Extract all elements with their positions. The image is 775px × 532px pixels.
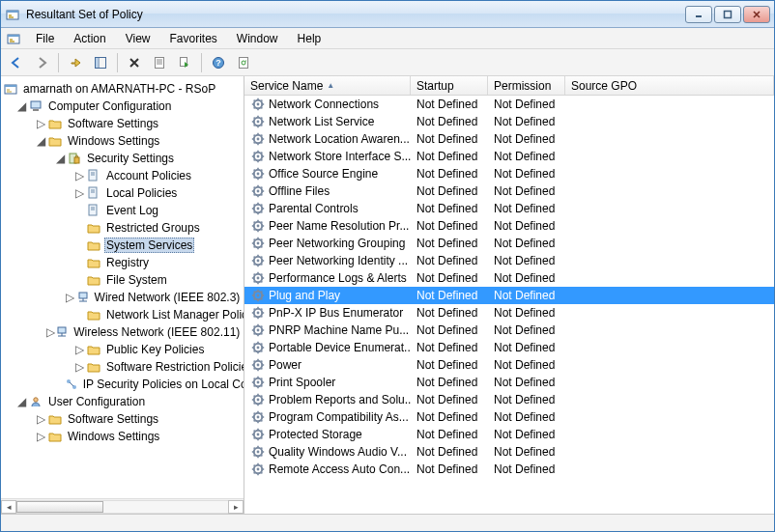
svg-line-212 [254,385,255,386]
menu-view[interactable]: View [116,28,160,48]
expander-icon[interactable]: ▷ [64,291,75,304]
service-row[interactable]: Quality Windows Audio V...Not DefinedNot… [244,443,774,461]
tree-item-cc-windows[interactable]: ◢ Windows Settings [1,132,244,150]
scroll-thumb[interactable] [16,501,103,513]
service-row[interactable]: PNRP Machine Name Pu...Not DefinedNot De… [244,322,774,339]
service-row[interactable]: Plug and PlayNot DefinedNot Defined [244,287,774,304]
svg-text:?: ? [215,58,221,68]
service-row[interactable]: Remote Access Auto Con...Not DefinedNot … [244,461,774,478]
service-row[interactable]: Network ConnectionsNot DefinedNot Define… [244,96,774,113]
service-row[interactable]: PowerNot DefinedNot Defined [244,356,774,374]
expander-icon[interactable]: ▷ [34,430,47,443]
service-row[interactable]: Peer Networking Identity ...Not DefinedN… [244,252,774,269]
scroll-right-button[interactable]: ▸ [228,500,244,514]
expander-icon[interactable]: ▷ [34,412,47,426]
service-row[interactable]: Network Store Interface S...Not DefinedN… [244,148,774,165]
column-header-startup[interactable]: Startup [411,76,488,95]
service-row[interactable]: Parental ControlsNot DefinedNot Defined [244,200,774,217]
window-title: Resultant Set of Policy [26,8,683,21]
column-header-name[interactable]: Service Name▲ [244,76,411,95]
tree-item-restricted-groups[interactable]: ▷Restricted Groups [1,219,244,237]
service-row[interactable]: Office Source EngineNot DefinedNot Defin… [244,165,774,182]
tree-root[interactable]: amarnath on AMARNATH-PC - RSoP [1,80,244,98]
tree-item-local-policies[interactable]: ▷Local Policies [1,184,244,202]
scroll-track[interactable] [16,500,228,514]
help-button[interactable]: ? [207,52,230,73]
service-name: PnP-X IP Bus Enumerator [269,306,403,320]
service-row[interactable]: Network List ServiceNot DefinedNot Defin… [244,113,774,130]
tree-item-file-system[interactable]: ▷File System [1,271,244,289]
tree-item-registry[interactable]: ▷Registry [1,254,244,271]
gear-icon [250,392,266,407]
show-hide-tree-button[interactable] [89,52,112,73]
service-row[interactable]: Peer Name Resolution Pr...Not DefinedNot… [244,217,774,235]
service-row[interactable]: Protected StorageNot DefinedNot Defined [244,426,774,443]
tree-item-system-services[interactable]: ▷System Services [1,237,244,254]
expander-icon[interactable]: ▷ [72,343,86,356]
refresh-button[interactable] [232,52,255,73]
expander-icon[interactable]: ◢ [34,134,47,148]
menu-action[interactable]: Action [64,28,115,48]
gear-icon [250,375,266,390]
service-permission: Not Defined [488,358,565,372]
service-permission: Not Defined [488,410,565,424]
expander-icon[interactable]: ◢ [14,99,28,113]
tree-item-cc-software[interactable]: ▷ Software Settings [1,115,244,132]
folder-icon [86,220,101,236]
folder-open-icon [47,133,63,149]
forward-button[interactable] [30,52,53,73]
expander-icon[interactable]: ▷ [72,169,86,182]
tree-item-computer-config[interactable]: ◢ Computer Configuration [1,98,244,115]
tree-item-security[interactable]: ◢ Security Settings [1,150,244,167]
tree-h-scrollbar[interactable]: ◂ ▸ [1,498,244,514]
expander-icon[interactable]: ▷ [72,186,86,200]
expander-icon[interactable]: ▷ [46,325,55,339]
tree-item-ip-security[interactable]: ▷IP Security Policies on Local Computer [1,376,244,393]
service-row[interactable]: Portable Device Enumerat...Not DefinedNo… [244,339,774,356]
menu-file[interactable]: File [26,28,64,48]
service-row[interactable]: Network Location Awaren...Not DefinedNot… [244,130,774,148]
tree-item-public-key[interactable]: ▷Public Key Policies [1,341,244,358]
expander-icon[interactable]: ▷ [34,117,47,130]
service-row[interactable]: Offline FilesNot DefinedNot Defined [244,182,774,200]
service-row[interactable]: Peer Networking GroupingNot DefinedNot D… [244,235,774,252]
column-header-permission[interactable]: Permission [488,76,565,95]
tree-item-wired-network[interactable]: ▷Wired Network (IEEE 802.3) Policies [1,289,244,306]
expander-icon[interactable]: ◢ [14,395,28,408]
tree-item-user-config[interactable]: ◢ User Configuration [1,393,244,410]
list-body[interactable]: Network ConnectionsNot DefinedNot Define… [244,96,774,514]
tree-scroll[interactable]: amarnath on AMARNATH-PC - RSoP ◢ Compute… [1,76,244,498]
system-menu-icon[interactable] [5,28,22,48]
expander-icon[interactable]: ◢ [53,152,67,165]
service-row[interactable]: Program Compatibility As...Not DefinedNo… [244,408,774,426]
tree-item-uc-software[interactable]: ▷Software Settings [1,410,244,428]
up-button[interactable] [64,52,87,73]
service-row[interactable]: Performance Logs & AlertsNot DefinedNot … [244,269,774,287]
column-header-source-gpo[interactable]: Source GPO [565,76,774,95]
tree-item-netlist-mgr[interactable]: ▷Network List Manager Policies [1,306,244,323]
delete-button[interactable] [123,52,146,73]
service-row[interactable]: PnP-X IP Bus EnumeratorNot DefinedNot De… [244,304,774,322]
svg-line-71 [261,135,262,136]
svg-line-131 [261,239,262,240]
menu-favorites[interactable]: Favorites [160,28,227,48]
service-row[interactable]: Problem Reports and Solu...Not DefinedNo… [244,391,774,408]
tree-item-event-log[interactable]: ▷Event Log [1,202,244,219]
svg-line-220 [261,403,262,404]
properties-button[interactable] [148,52,171,73]
tree-item-wireless-network[interactable]: ▷Wireless Network (IEEE 802.11) Policies [1,323,244,341]
service-row[interactable]: Print SpoolerNot DefinedNot Defined [244,374,774,391]
title-bar[interactable]: Resultant Set of Policy [1,1,774,28]
export-list-button[interactable] [173,52,196,73]
tree-item-software-restriction[interactable]: ▷Software Restriction Policies [1,358,244,376]
expander-icon[interactable]: ▷ [72,360,86,374]
menu-help[interactable]: Help [288,28,331,48]
menu-window[interactable]: Window [227,28,288,48]
close-button[interactable] [743,6,770,23]
maximize-button[interactable] [714,6,741,23]
minimize-button[interactable] [685,6,712,23]
back-button[interactable] [5,52,28,73]
tree-item-account-policies[interactable]: ▷Account Policies [1,167,244,184]
scroll-left-button[interactable]: ◂ [1,500,16,514]
tree-item-uc-windows[interactable]: ▷Windows Settings [1,428,244,445]
